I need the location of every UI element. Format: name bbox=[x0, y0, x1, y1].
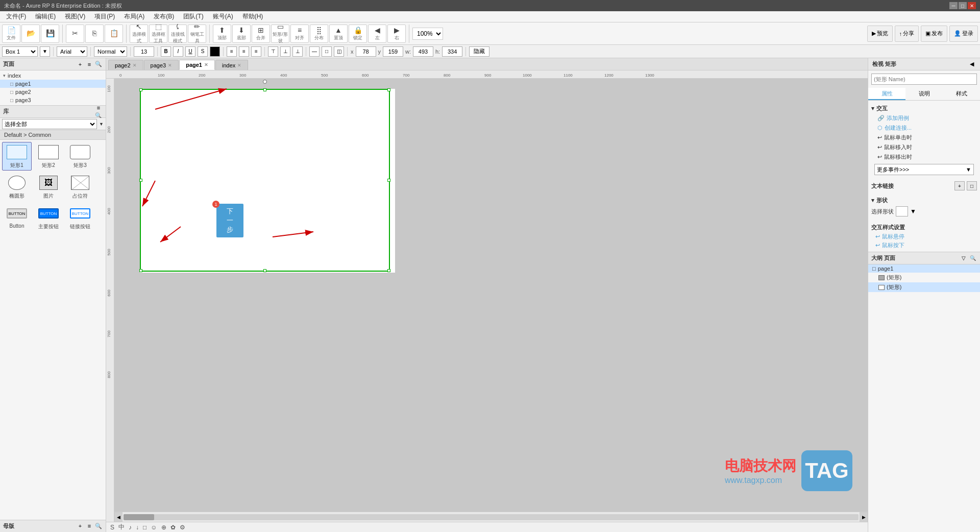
select-box-tool[interactable]: ⬚选择框工具 bbox=[149, 25, 167, 43]
scrollbar-thumb[interactable] bbox=[124, 514, 154, 520]
status-icon-gear[interactable]: ⚙ bbox=[180, 524, 185, 531]
font-family-select[interactable]: Arial bbox=[57, 46, 87, 57]
underline-button[interactable]: U bbox=[185, 46, 195, 57]
pen-tool[interactable]: ✏钢笔工具 bbox=[188, 25, 206, 43]
text-link-toggle[interactable]: □ bbox=[967, 181, 977, 190]
font-style-select[interactable]: Normal bbox=[94, 46, 127, 57]
menu-edit[interactable]: 编辑(E) bbox=[31, 11, 60, 22]
zoom-select[interactable]: 100% 75% 50% 150% bbox=[412, 28, 443, 40]
scroll-right-button[interactable]: ▶ bbox=[860, 512, 868, 522]
menu-account[interactable]: 账号(A) bbox=[209, 11, 237, 22]
border-button[interactable]: — bbox=[309, 46, 320, 57]
lib-item-rect2[interactable]: 矩形2 bbox=[34, 142, 63, 171]
paste-button[interactable]: 📋 bbox=[105, 25, 123, 43]
shape-name-input[interactable] bbox=[871, 74, 977, 85]
page-item-page1[interactable]: □ page1 bbox=[0, 80, 106, 88]
pages-add-button[interactable]: + bbox=[76, 60, 84, 68]
hidden-button[interactable]: 隐藏 bbox=[469, 46, 489, 57]
new-button[interactable]: 📄文件 bbox=[2, 25, 20, 43]
widget-select-arrow[interactable]: ▼ bbox=[40, 46, 50, 57]
tab-page1-close[interactable]: ✕ bbox=[204, 62, 208, 67]
handle-ml[interactable] bbox=[139, 179, 142, 182]
lib-item-button[interactable]: BUTTON Button bbox=[2, 203, 32, 232]
tab-index[interactable]: index ✕ bbox=[215, 60, 248, 70]
horizontal-scrollbar[interactable]: ◀ ▶ bbox=[114, 512, 868, 522]
status-icon-plus[interactable]: ⊕ bbox=[161, 524, 166, 531]
master-search-button[interactable]: 🔍 bbox=[94, 522, 103, 530]
valign-bottom-button[interactable]: ⊥ bbox=[292, 46, 303, 57]
top-order-button[interactable]: ▲置顶 bbox=[329, 25, 348, 43]
align-center-button[interactable]: ≡ bbox=[239, 46, 249, 57]
canvas-area[interactable]: 0 100 200 300 400 500 600 700 800 900 10… bbox=[106, 70, 868, 522]
save-button[interactable]: 💾 bbox=[41, 25, 59, 43]
status-icon-screen[interactable]: □ bbox=[143, 524, 146, 531]
font-color-picker[interactable] bbox=[210, 46, 220, 57]
share-button[interactable]: ↑ 分享 bbox=[895, 26, 919, 42]
more-events-select[interactable]: 更多事件>>> ▼ bbox=[874, 164, 974, 175]
align-left-button[interactable]: ≡ bbox=[227, 46, 237, 57]
italic-button[interactable]: I bbox=[173, 46, 183, 57]
master-add-button[interactable]: + bbox=[76, 522, 84, 530]
tab-index-close[interactable]: ✕ bbox=[237, 63, 241, 68]
lib-item-primary-btn[interactable]: BUTTON 主要按钮 bbox=[34, 203, 63, 232]
handle-mr[interactable] bbox=[387, 179, 390, 182]
page-item-page3[interactable]: □ page3 bbox=[0, 96, 106, 104]
shape-select-box[interactable] bbox=[896, 206, 908, 216]
page-group-index[interactable]: ▾ index bbox=[0, 71, 106, 80]
connect-tool[interactable]: ⤹连接线模式 bbox=[168, 25, 187, 43]
tab-page3-close[interactable]: ✕ bbox=[168, 63, 172, 68]
pages-menu-button[interactable]: ≡ bbox=[85, 60, 93, 68]
align-button[interactable]: ≡对齐 bbox=[290, 25, 309, 43]
maximize-button[interactable]: □ bbox=[959, 2, 967, 9]
merge-button[interactable]: ⊞合并 bbox=[252, 25, 270, 43]
distribute-button[interactable]: ⣿分布 bbox=[310, 25, 328, 43]
status-icon-dl[interactable]: ↓ bbox=[136, 524, 139, 531]
lib-item-link-btn[interactable]: BUTTON 链接按钮 bbox=[65, 203, 95, 232]
scrollbar-track[interactable] bbox=[124, 514, 859, 520]
create-link-item[interactable]: ⬡ 创建连接... bbox=[871, 123, 977, 133]
canvas-content[interactable]: 下一步 1 电脑技术网 www.tagxp.com TAG bbox=[114, 79, 868, 512]
status-icon-zh[interactable]: 中 bbox=[118, 523, 125, 531]
h-input[interactable] bbox=[442, 46, 462, 57]
right-tab-properties[interactable]: 属性 bbox=[868, 88, 905, 100]
handle-br[interactable] bbox=[387, 269, 390, 272]
lib-item-circle[interactable]: 椭圆形 bbox=[2, 173, 32, 201]
y-input[interactable] bbox=[383, 46, 403, 57]
next-step-button[interactable]: 下一步 bbox=[216, 204, 243, 237]
tab-page3[interactable]: page3 ✕ bbox=[144, 60, 179, 70]
bold-button[interactable]: B bbox=[161, 46, 171, 57]
library-category-select[interactable]: 选择全部 bbox=[2, 119, 97, 129]
handle-tr[interactable] bbox=[387, 88, 390, 91]
menu-layout[interactable]: 布局(A) bbox=[120, 11, 149, 22]
tab-page2-close[interactable]: ✕ bbox=[133, 63, 137, 68]
menu-file[interactable]: 文件(F) bbox=[2, 11, 30, 22]
cut-button[interactable]: ✂ bbox=[66, 25, 84, 43]
right-tab-style[interactable]: 样式 bbox=[943, 88, 980, 100]
lock-button[interactable]: 🔒锁定 bbox=[349, 25, 367, 43]
minimize-button[interactable]: ─ bbox=[949, 2, 958, 9]
menu-project[interactable]: 项目(P) bbox=[90, 11, 119, 22]
right-tab-notes[interactable]: 说明 bbox=[905, 88, 943, 100]
login-button[interactable]: 👤 登录 bbox=[949, 26, 978, 42]
add-interaction-item[interactable]: 🔗 添加用例 bbox=[871, 113, 977, 123]
menu-team[interactable]: 团队(T) bbox=[179, 11, 207, 22]
shape-button[interactable]: ▭矩形/形状 bbox=[271, 25, 289, 43]
top-button[interactable]: ⬆顶部 bbox=[213, 25, 231, 43]
open-button[interactable]: 📂 bbox=[21, 25, 40, 43]
master-menu-button[interactable]: ≡ bbox=[85, 522, 93, 530]
status-icon-s[interactable]: S bbox=[110, 524, 114, 531]
handle-rotate[interactable] bbox=[263, 80, 267, 84]
status-icon-face[interactable]: ☺ bbox=[151, 524, 157, 531]
close-button[interactable]: ✕ bbox=[968, 2, 976, 9]
fill-button[interactable]: □ bbox=[322, 46, 332, 57]
outline-search-button[interactable]: 🔍 bbox=[969, 254, 977, 262]
scroll-left-button[interactable]: ◀ bbox=[114, 512, 122, 522]
select-tool[interactable]: ↖选择模式 bbox=[130, 25, 148, 43]
status-icon-mic[interactable]: ♪ bbox=[129, 524, 132, 531]
outline-sub-rect2[interactable]: (矩形) bbox=[868, 282, 980, 292]
status-icon-flower[interactable]: ✿ bbox=[170, 524, 176, 531]
add-interaction-label[interactable]: 添加用例 bbox=[887, 114, 909, 122]
handle-bc[interactable] bbox=[263, 269, 266, 272]
copy-button[interactable]: ⎘ bbox=[85, 25, 104, 43]
text-link-add[interactable]: + bbox=[954, 181, 965, 190]
